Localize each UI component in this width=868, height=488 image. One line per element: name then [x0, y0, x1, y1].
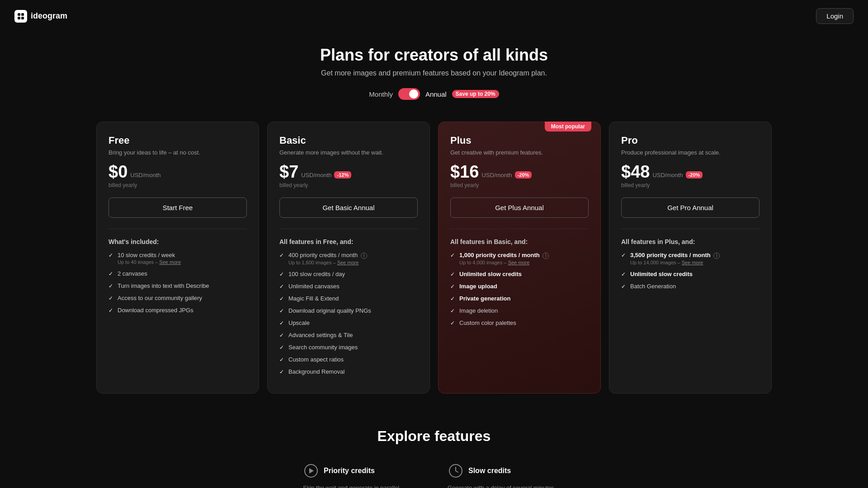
billing-toggle-row: Monthly Annual Save up to 20% — [0, 88, 868, 100]
feature-item: ✓ Access to our community gallery — [108, 295, 247, 301]
feature-text: Turn images into text with Describe — [118, 282, 209, 289]
plan-card-pro: ProProduce professional images at scale.… — [609, 122, 772, 394]
feature-text: Magic Fill & Extend — [288, 295, 339, 302]
price-period-plus: USD/month — [481, 172, 512, 178]
divider-free — [108, 229, 247, 229]
info-icon[interactable]: i — [361, 253, 367, 259]
explore-item-desc-1: Generate with a delay of several minutes… — [448, 483, 565, 488]
divider-basic — [279, 229, 418, 229]
see-more-link[interactable]: See more — [337, 260, 359, 265]
features-title-pro: All features in Plus, and: — [621, 238, 760, 245]
check-icon: ✓ — [450, 296, 455, 302]
price-row-basic: $7 USD/month -12% — [279, 163, 418, 180]
feature-item: ✓ 400 priority credits / month i Up to 1… — [279, 252, 418, 265]
feature-text: Custom aspect ratios — [288, 356, 344, 363]
cta-button-free[interactable]: Start Free — [108, 197, 247, 218]
feature-text: Private generation — [459, 295, 510, 302]
check-icon: ✓ — [108, 307, 113, 314]
see-more-link[interactable]: See more — [508, 260, 530, 265]
check-icon: ✓ — [450, 283, 455, 290]
feature-item: ✓ Unlimited canvases — [279, 283, 418, 290]
billing-toggle[interactable] — [398, 88, 420, 100]
check-icon: ✓ — [450, 271, 455, 277]
plan-card-free: FreeBring your ideas to life – at no cos… — [96, 122, 259, 394]
price-period-basic: USD/month — [301, 172, 331, 178]
feature-item: ✓ Download original quality PNGs — [279, 307, 418, 314]
feature-item: ✓ 100 slow credits / day — [279, 271, 418, 277]
feature-text: Image upload — [459, 283, 497, 290]
feature-item: ✓ Advanced settings & Tile — [279, 332, 418, 338]
plan-card-basic: BasicGenerate more images without the wa… — [267, 122, 430, 394]
explore-grid: Priority credits Skip the wait and gener… — [36, 463, 832, 488]
price-amount-pro: $48 — [621, 163, 650, 180]
see-more-link[interactable]: See more — [159, 259, 181, 265]
check-icon: ✓ — [279, 320, 284, 326]
feature-sub: Up to 14,000 images – See more — [630, 260, 720, 265]
check-icon: ✓ — [621, 252, 626, 258]
discount-badge-pro: -20% — [686, 171, 703, 178]
feature-text: Download original quality PNGs — [288, 307, 371, 314]
feature-sub: Up to 40 images – See more — [118, 259, 181, 265]
feature-item: ✓ Image upload — [450, 283, 589, 290]
see-more-link[interactable]: See more — [682, 260, 703, 265]
check-icon: ✓ — [279, 252, 284, 258]
cta-button-plus[interactable]: Get Plus Annual — [450, 197, 589, 218]
feature-text: Image deletion — [459, 307, 498, 314]
explore-item-title-0: Priority credits — [324, 467, 375, 475]
login-button[interactable]: Login — [816, 8, 854, 24]
check-icon: ✓ — [108, 295, 113, 301]
feature-text: 10 slow credits / week Up to 40 images –… — [118, 252, 181, 265]
price-row-free: $0 USD/month — [108, 163, 247, 180]
feature-item: ✓ Custom aspect ratios — [279, 356, 418, 363]
feature-item: ✓ 1,000 priority credits / month i Up to… — [450, 252, 589, 265]
info-icon[interactable]: i — [713, 253, 720, 259]
cta-button-pro[interactable]: Get Pro Annual — [621, 197, 760, 218]
feature-sub: Up to 4,000 images – See more — [459, 260, 549, 265]
discount-badge-plus: -20% — [515, 171, 532, 178]
plan-desc-pro: Produce professional images at scale. — [621, 149, 760, 156]
feature-item: ✓ 2 canvases — [108, 270, 247, 277]
feature-text: Unlimited slow credits — [459, 271, 522, 277]
feature-item: ✓ Private generation — [450, 295, 589, 302]
billed-yearly-basic: billed yearly — [279, 182, 418, 188]
divider-plus — [450, 229, 589, 229]
billed-yearly-plus: billed yearly — [450, 182, 589, 188]
explore-item-header-0: Priority credits — [303, 463, 420, 479]
check-icon: ✓ — [450, 252, 455, 258]
feature-item: ✓ Background Removal — [279, 368, 418, 375]
check-icon: ✓ — [279, 308, 284, 314]
most-popular-badge: Most popular — [545, 122, 591, 131]
feature-text: 3,500 priority credits / month i Up to 1… — [630, 252, 720, 265]
explore-title: Explore features — [36, 428, 832, 445]
price-period-pro: USD/month — [652, 172, 683, 178]
feature-text: 400 priority credits / month i Up to 1,6… — [288, 252, 367, 265]
feature-item: ✓ Batch Generation — [621, 283, 760, 290]
plan-name-pro: Pro — [621, 135, 760, 146]
svg-rect-0 — [18, 13, 20, 16]
check-icon: ✓ — [108, 252, 113, 258]
cta-button-basic[interactable]: Get Basic Annual — [279, 197, 418, 218]
explore-item-0: Priority credits Skip the wait and gener… — [303, 463, 420, 488]
plans-grid: FreeBring your ideas to life – at no cos… — [0, 114, 868, 401]
header: ideogram Login — [0, 0, 868, 32]
feature-item: ✓ Upscale — [279, 319, 418, 326]
svg-rect-1 — [21, 13, 24, 16]
feature-text: Upscale — [288, 319, 310, 326]
feature-text: Unlimited canvases — [288, 283, 340, 290]
check-icon: ✓ — [279, 332, 284, 338]
info-icon[interactable]: i — [542, 253, 549, 259]
toggle-knob — [409, 89, 418, 99]
page-subtitle: Get more images and premium features bas… — [0, 69, 868, 77]
explore-item-1: Slow credits Generate with a delay of se… — [448, 463, 565, 488]
plan-name-basic: Basic — [279, 135, 418, 146]
check-icon: ✓ — [279, 283, 284, 290]
explore-item-title-1: Slow credits — [468, 467, 511, 475]
billed-yearly-free: billed yearly — [108, 182, 247, 188]
check-icon: ✓ — [279, 296, 284, 302]
feature-text: 100 slow credits / day — [288, 271, 345, 277]
features-title-free: What's included: — [108, 238, 247, 245]
feature-text: 2 canvases — [118, 270, 147, 277]
feature-item: ✓ Unlimited slow credits — [621, 271, 760, 277]
check-icon: ✓ — [279, 369, 284, 375]
svg-rect-3 — [21, 17, 24, 19]
